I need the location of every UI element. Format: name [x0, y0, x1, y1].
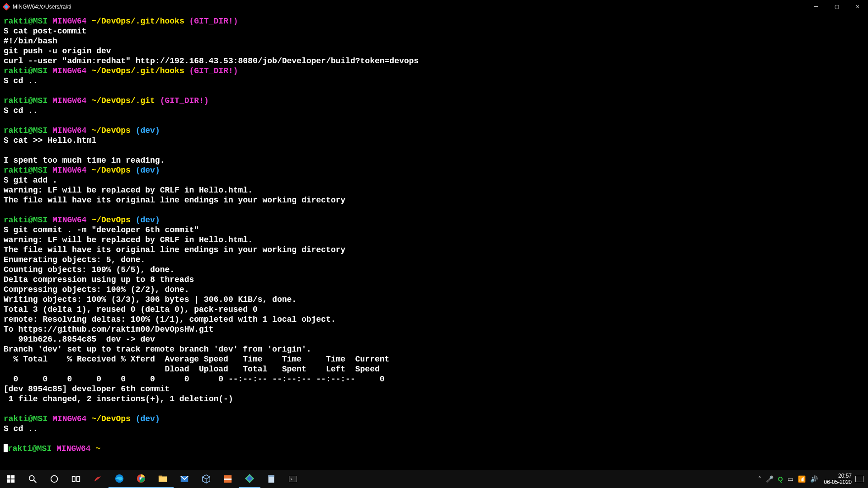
svg-rect-4	[7, 479, 10, 483]
svg-rect-23	[269, 475, 274, 477]
taskbar-notepad-icon[interactable]	[260, 470, 282, 488]
window-controls: ─ ▢ ✕	[806, 0, 868, 14]
svg-rect-10	[77, 477, 80, 482]
svg-rect-3	[11, 475, 14, 479]
svg-line-7	[34, 480, 37, 483]
gitbash-icon	[3, 3, 10, 10]
terminal-output[interactable]: rakti@MSI MINGW64 ~/DevOps/.git/hooks (G…	[0, 14, 868, 470]
system-tray: ˄ 🎤 Q ▭ 📶 🔊 20:57 06-05-2020	[758, 470, 868, 488]
clock-time: 20:57	[824, 473, 852, 479]
maximize-button[interactable]: ▢	[826, 0, 847, 14]
taskbar-apps: >_	[0, 470, 304, 488]
titlebar-left: MINGW64:/c/Users/rakti	[0, 3, 71, 10]
taskbar-cmd-icon[interactable]: >_	[282, 470, 304, 488]
chevron-up-icon[interactable]: ˄	[758, 475, 761, 483]
taskbar: >_ ˄ 🎤 Q ▭ 📶 🔊 20:57 06-05-2020	[0, 470, 868, 488]
taskbar-chrome-icon[interactable]	[130, 470, 152, 488]
taskbar-search-icon[interactable]	[22, 470, 43, 488]
clock[interactable]: 20:57 06-05-2020	[824, 473, 852, 485]
svg-point-6	[29, 476, 34, 481]
svg-text:>_: >_	[291, 477, 295, 481]
minimize-button[interactable]: ─	[806, 0, 826, 14]
tray-icons: ˄ 🎤 Q ▭ 📶 🔊	[758, 475, 818, 483]
svg-rect-19	[224, 479, 232, 480]
svg-rect-5	[11, 479, 14, 483]
wifi-icon[interactable]: 📶	[798, 475, 806, 483]
taskbar-gitbash-icon[interactable]	[239, 470, 260, 488]
mic-icon[interactable]: 🎤	[766, 475, 774, 483]
taskbar-cortana-icon[interactable]	[43, 470, 65, 488]
taskbar-taskview-icon[interactable]	[65, 470, 87, 488]
svg-rect-2	[7, 475, 10, 479]
volume-icon[interactable]: 🔊	[810, 475, 818, 483]
clock-date: 06-05-2020	[824, 479, 852, 485]
taskbar-jupyter-icon[interactable]	[217, 470, 239, 488]
taskbar-reditr-icon[interactable]	[87, 470, 108, 488]
taskbar-mail-icon[interactable]	[174, 470, 195, 488]
quick-heal-icon[interactable]: Q	[778, 475, 783, 483]
svg-rect-9	[72, 477, 75, 482]
action-center-icon[interactable]	[855, 476, 863, 482]
window-titlebar: MINGW64:/c/Users/rakti ─ ▢ ✕	[0, 0, 868, 14]
svg-point-8	[51, 476, 58, 483]
taskbar-vbox-icon[interactable]	[195, 470, 217, 488]
window-title: MINGW64:/c/Users/rakti	[13, 4, 71, 10]
taskbar-explorer-icon[interactable]	[152, 470, 174, 488]
battery-icon[interactable]: ▭	[788, 475, 793, 483]
close-button[interactable]: ✕	[847, 0, 868, 14]
svg-rect-16	[159, 476, 162, 478]
taskbar-edge-icon[interactable]	[108, 470, 130, 488]
taskbar-start-icon[interactable]	[0, 470, 22, 488]
